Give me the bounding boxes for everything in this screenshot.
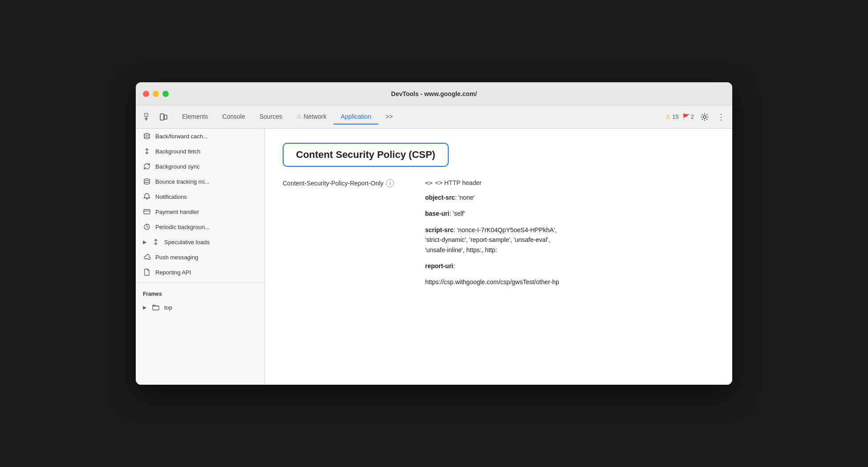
sidebar-item-label: Speculative loads — [164, 239, 210, 246]
arrows-updown-icon — [143, 147, 151, 155]
warning-badge[interactable]: ⚠ 15 — [665, 113, 678, 120]
script-src-continuation: 'strict-dynamic', 'report-sample', 'unsa… — [425, 236, 550, 243]
bell-icon — [143, 193, 151, 201]
card-icon — [143, 208, 151, 216]
expand-arrow-icon: ▶ — [143, 239, 146, 245]
sidebar-item-label: top — [164, 304, 172, 311]
svg-rect-14 — [144, 209, 150, 214]
tab-sources[interactable]: Sources — [252, 109, 289, 125]
error-badge[interactable]: 🚩 2 — [682, 113, 694, 120]
svg-point-6 — [144, 133, 150, 135]
sidebar-item-label: Periodic backgroun... — [155, 224, 210, 230]
sidebar-item-background-sync[interactable]: Background sync — [136, 159, 264, 174]
policy-label: Content-Security-Policy-Report-Only i — [283, 179, 425, 187]
file-icon — [143, 268, 151, 276]
tab-bar: Elements Console Sources ⚠ Network Appli… — [175, 109, 400, 125]
code-icon: <> — [425, 179, 433, 186]
sidebar-item-label: Bounce tracking mi... — [155, 178, 209, 185]
content-area: Content Security Policy (CSP) Content-Se… — [265, 129, 732, 385]
sidebar: Back/forward cach... Background fetch — [136, 129, 265, 385]
error-icon: 🚩 — [682, 113, 690, 120]
sidebar-item-label: Push messaging — [155, 254, 198, 261]
svg-rect-17 — [153, 306, 159, 310]
close-button[interactable] — [143, 91, 149, 97]
sidebar-item-speculative-loads[interactable]: ▶ Speculative loads — [136, 234, 264, 250]
device-mode-icon[interactable] — [156, 110, 170, 124]
bounce-cylinder-icon — [143, 177, 151, 185]
main-content: Back/forward cach... Background fetch — [136, 129, 732, 385]
sidebar-item-label: Background sync — [155, 163, 200, 170]
maximize-button[interactable] — [162, 91, 169, 97]
sidebar-item-frames-top[interactable]: ▶ top — [136, 300, 264, 315]
svg-rect-0 — [145, 113, 148, 117]
csp-title: Content Security Policy (CSP) — [283, 143, 449, 167]
toolbar-right: ⚠ 15 🚩 2 ⋮ — [665, 110, 727, 124]
svg-point-5 — [703, 116, 706, 118]
csp-policy-row: Content-Security-Policy-Report-Only i <>… — [283, 179, 714, 294]
overflow-menu-icon[interactable]: ⋮ — [715, 112, 727, 122]
csp-directive-object-src: object-src: 'none' — [425, 193, 714, 202]
csp-directive-script-src: script-src: 'nonce-I-7rK04QpY5oeS4-HPPkh… — [425, 225, 714, 255]
more-tabs-button[interactable]: >> — [378, 109, 400, 125]
sidebar-item-label: Back/forward cach... — [155, 133, 208, 140]
tab-application[interactable]: Application — [333, 109, 378, 125]
traffic-lights — [143, 91, 169, 97]
sidebar-item-label: Notifications — [155, 193, 187, 200]
svg-point-10 — [144, 179, 150, 181]
frames-section-header: Frames — [136, 286, 264, 300]
csp-directive-base-uri: base-uri: 'self' — [425, 209, 714, 218]
script-src-continuation2: 'unsafe-inline', https:, http: — [425, 246, 497, 254]
tab-network[interactable]: ⚠ Network — [289, 109, 333, 125]
http-header-label: <> <> HTTP header — [425, 179, 714, 186]
minimize-button[interactable] — [153, 91, 159, 97]
sidebar-item-background-fetch[interactable]: Background fetch — [136, 144, 264, 159]
toolbar: Elements Console Sources ⚠ Network Appli… — [136, 105, 732, 129]
sidebar-item-push-messaging[interactable]: Push messaging — [136, 250, 264, 265]
tab-console[interactable]: Console — [215, 109, 252, 125]
cloud-icon — [143, 253, 151, 261]
svg-rect-3 — [160, 114, 164, 120]
sidebar-item-reporting-api[interactable]: Reporting API — [136, 265, 264, 280]
network-warning-icon: ⚠ — [296, 113, 302, 120]
csp-directive-report-uri: report-uri: — [425, 261, 714, 271]
sidebar-item-notifications[interactable]: Notifications — [136, 189, 264, 204]
inspect-element-icon[interactable] — [141, 110, 155, 124]
clock-icon — [143, 223, 151, 231]
sidebar-item-back-forward-cache[interactable]: Back/forward cach... — [136, 129, 264, 144]
sidebar-item-bounce-tracking[interactable]: Bounce tracking mi... — [136, 174, 264, 189]
svg-point-9 — [144, 137, 150, 139]
settings-icon[interactable] — [698, 110, 712, 124]
speculative-arrows-icon — [152, 238, 160, 246]
cylinder-icon — [143, 132, 151, 140]
sidebar-divider — [136, 282, 264, 283]
sidebar-item-label: Reporting API — [155, 269, 191, 276]
sidebar-item-periodic-background[interactable]: Periodic backgroun... — [136, 219, 264, 234]
folder-icon — [152, 303, 160, 311]
sidebar-item-payment-handler[interactable]: Payment handler — [136, 204, 264, 219]
csp-value-block: <> <> HTTP header object-src: 'none' bas… — [425, 179, 714, 294]
sidebar-item-label: Payment handler — [155, 209, 199, 215]
svg-rect-4 — [164, 115, 167, 119]
info-icon[interactable]: i — [386, 179, 394, 187]
expand-arrow-frames-icon: ▶ — [143, 305, 146, 310]
title-bar: DevTools - www.google.com/ — [136, 82, 732, 105]
window-title: DevTools - www.google.com/ — [391, 90, 477, 97]
sync-icon — [143, 162, 151, 170]
svg-point-13 — [144, 182, 150, 184]
sidebar-item-label: Background fetch — [155, 148, 200, 155]
warning-icon: ⚠ — [665, 113, 671, 120]
tab-elements[interactable]: Elements — [175, 109, 215, 125]
devtools-window: DevTools - www.google.com/ Elements Cons… — [136, 82, 732, 385]
csp-directive-report-uri-value: https://csp.withgoogle.com/csp/gwsTest/o… — [425, 277, 714, 287]
